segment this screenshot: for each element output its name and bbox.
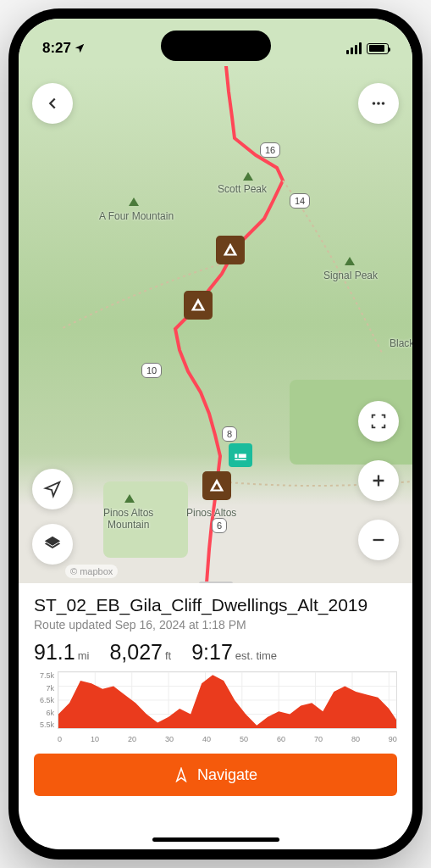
peak-icon: [129, 198, 139, 206]
stat-unit: ft: [165, 649, 171, 662]
dynamic-island: [161, 31, 271, 61]
stat-value: 8,027: [109, 640, 163, 665]
stat-unit: mi: [78, 649, 90, 662]
camp-poi-icon[interactable]: [184, 291, 213, 320]
map-label-pinos-altos-mountain: Pinos Altos Mountain: [103, 507, 153, 531]
back-button[interactable]: [32, 83, 73, 124]
mile-marker: 10: [141, 363, 162, 378]
navigate-button[interactable]: Navigate: [34, 754, 397, 796]
camp-poi-icon[interactable]: [202, 471, 231, 500]
route-line: [19, 66, 412, 583]
stat-time: 9:17 est. time: [191, 640, 277, 665]
location-arrow-icon: [74, 42, 86, 54]
home-indicator[interactable]: [152, 837, 279, 842]
zoom-in-button[interactable]: [358, 460, 399, 501]
sheet-handle[interactable]: [199, 581, 233, 583]
svg-point-1: [377, 102, 380, 105]
signal-icon: [346, 42, 362, 54]
elevation-chart: 7.5k7k6.5k6k5.5k 0102030405060708090: [34, 671, 397, 743]
stat-unit: est. time: [235, 649, 277, 662]
mapbox-attribution: © mapbox: [65, 565, 118, 578]
layers-button[interactable]: [32, 524, 73, 565]
mile-marker: 6: [212, 518, 227, 533]
route-updated: Route updated Sep 16, 2024 at 1:18 PM: [34, 618, 397, 632]
lodge-poi-icon[interactable]: [229, 443, 252, 467]
map-label-a-four-mountain: A Four Mountain: [99, 210, 174, 222]
map-label-pinos-altos: Pinos Altos: [186, 507, 236, 519]
peak-icon: [345, 257, 355, 265]
elev-y-labels: 7.5k7k6.5k6k5.5k: [34, 671, 54, 729]
mile-marker: 16: [260, 142, 280, 158]
status-indicators: [346, 42, 389, 54]
map-label-signal-peak: Signal Peak: [323, 270, 378, 281]
stats-row: 91.1 mi 8,027 ft 9:17 est. time: [34, 640, 397, 665]
svg-point-2: [382, 102, 385, 105]
svg-point-0: [373, 102, 376, 105]
elev-x-labels: 0102030405060708090: [58, 735, 397, 743]
status-time: 8:27: [42, 40, 86, 57]
peak-icon: [124, 494, 135, 503]
elev-plot: [58, 671, 397, 729]
bottom-sheet: ST_02_EB_Gila_Cliff_Dwellings_Alt_2019 R…: [19, 583, 412, 811]
map-label-scott-peak: Scott Peak: [218, 183, 267, 195]
peak-icon: [243, 172, 253, 181]
battery-icon: [367, 43, 389, 54]
more-button[interactable]: [358, 83, 399, 124]
mile-marker: 14: [290, 193, 310, 209]
stat-elevation: 8,027 ft: [109, 640, 171, 665]
mile-marker: 8: [222, 426, 237, 442]
phone-screen: 8:27: [19, 19, 412, 849]
locate-button[interactable]: [32, 469, 73, 509]
navigate-icon: [174, 767, 189, 782]
navigate-label: Navigate: [197, 766, 257, 784]
stat-value: 9:17: [191, 640, 233, 665]
zoom-out-button[interactable]: [358, 520, 399, 560]
phone-frame: 8:27: [8, 8, 423, 860]
camp-poi-icon[interactable]: [216, 236, 245, 264]
stat-distance: 91.1 mi: [34, 640, 89, 665]
fullscreen-button[interactable]: [358, 401, 399, 442]
map[interactable]: Scott Peak A Four Mountain Signal Peak B…: [19, 66, 412, 583]
map-label-black: Black: [390, 337, 412, 349]
time-text: 8:27: [42, 40, 71, 57]
stat-value: 91.1: [34, 640, 75, 665]
route-title: ST_02_EB_Gila_Cliff_Dwellings_Alt_2019: [34, 595, 397, 615]
